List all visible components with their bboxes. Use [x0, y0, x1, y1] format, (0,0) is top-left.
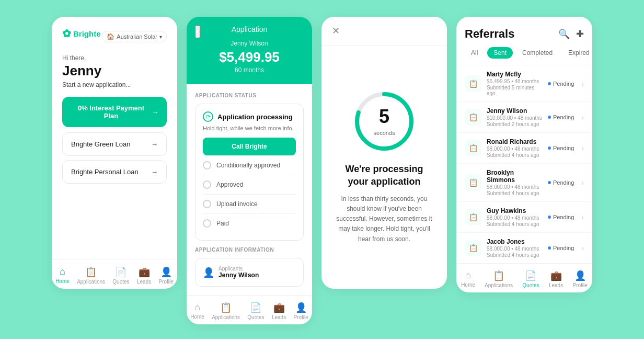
back-button[interactable]: ‹ — [195, 25, 200, 38]
step-upload-invoice: Upload invoice — [203, 194, 296, 213]
referral-item-jacob[interactable]: 📋 Jacob Jones $8,000.00 • 48 months Subm… — [456, 232, 592, 263]
tab-sent[interactable]: Sent — [487, 47, 513, 59]
document-icon: 📋 — [465, 75, 481, 92]
chevron-right-icon: › — [581, 80, 584, 88]
quotes-icon: 📄 — [250, 302, 261, 313]
loan1-label: Brighte Green Loan — [71, 140, 130, 148]
tab-all[interactable]: All — [465, 47, 484, 59]
document-icon: 📋 — [465, 209, 481, 225]
status-badge: Pending — [548, 114, 574, 120]
document-icon: 📋 — [465, 109, 481, 126]
quotes-icon: 📄 — [115, 266, 126, 278]
person-icon: 👤 — [203, 267, 214, 278]
green-loan-option[interactable]: Brighte Green Loan → — [62, 132, 167, 156]
home-panel: ✿ Brighte 🏠 Australian Solar ▾ Hi there,… — [52, 17, 177, 289]
status-dot — [548, 181, 551, 184]
application-header: ‹ Application Jenny Wilson $5,499.95 60 … — [187, 17, 312, 84]
tabs-row: All Sent Completed Expired — [456, 47, 592, 65]
interest-payment-plan-button[interactable]: 0% Interest Payment Plan → — [62, 97, 167, 127]
loan-months: 60 months — [197, 66, 302, 74]
status-badge: Pending — [548, 81, 574, 87]
referrals-header: Referrals 🔍 ✚ — [456, 17, 592, 47]
processing-title: We're processing your application — [334, 163, 434, 188]
footer-applications[interactable]: 📋 Applications — [74, 265, 108, 286]
status-section-label: APPLICATION STATUS — [195, 93, 304, 98]
footer-quotes[interactable]: 📄 Quotes — [109, 265, 132, 286]
referral-info: Jacob Jones $8,000.00 • 48 months Submit… — [487, 238, 543, 258]
step-circle-icon — [203, 180, 211, 189]
footer-quotes[interactable]: 📄 Quotes — [519, 269, 542, 289]
status-badge: Pending — [548, 145, 574, 151]
leads-icon: 💼 — [550, 270, 562, 281]
chevron-right-icon: › — [581, 244, 584, 252]
personal-loan-option[interactable]: Brighte Personal Loan → — [62, 160, 167, 184]
footer-leads[interactable]: 💼 Leads — [134, 265, 154, 286]
logo-text: Brighte — [73, 29, 101, 38]
applicant-name: Jenny Wilson — [197, 40, 302, 47]
chevron-right-icon: › — [581, 178, 584, 187]
chevron-right-icon: › — [581, 113, 584, 121]
loan2-label: Brighte Personal Loan — [71, 168, 139, 176]
start-label: Start a new application... — [62, 81, 167, 88]
referral-info: Guy Hawkins $8,000.00 • 48 months Submit… — [487, 207, 543, 227]
tab-completed[interactable]: Completed — [516, 47, 559, 59]
document-icon: 📋 — [465, 240, 481, 256]
step-conditionally-approved: Conditionally approved — [203, 155, 296, 175]
footer-quotes[interactable]: 📄 Quotes — [244, 301, 267, 321]
panel2-title: Application — [197, 25, 302, 33]
info-label: Applicants — [218, 266, 259, 272]
step-approved: Approved — [203, 175, 296, 194]
add-button[interactable]: ✚ — [576, 28, 584, 40]
footer-leads[interactable]: 💼 Leads — [546, 269, 566, 289]
referral-item-ronald[interactable]: 📋 Ronald Richards $8,000.00 • 48 months … — [456, 132, 592, 163]
footer-applications[interactable]: 📋 Applications — [209, 301, 243, 321]
home-icon: ⌂ — [465, 270, 471, 281]
referrals-title: Referrals — [465, 27, 514, 41]
footer-home[interactable]: ⌂ Home — [52, 265, 73, 286]
processing-title: Application processing — [217, 113, 293, 121]
footer-home[interactable]: ⌂ Home — [187, 301, 208, 321]
footer-profile[interactable]: 👤 Profile — [290, 301, 311, 321]
leads-icon: 💼 — [273, 302, 285, 313]
cta-label: 0% Interest Payment Plan — [71, 104, 152, 120]
footer-profile[interactable]: 👤 Profile — [569, 269, 590, 289]
step-circle-icon — [203, 161, 211, 170]
call-brighte-button[interactable]: Call Brighte — [203, 138, 296, 155]
footer-profile[interactable]: 👤 Profile — [155, 265, 176, 286]
status-dot — [548, 146, 551, 150]
footer-applications[interactable]: 📋 Applications — [481, 269, 516, 289]
footer-leads[interactable]: 💼 Leads — [269, 301, 289, 321]
arrow-right-icon: → — [152, 108, 158, 116]
footer-home[interactable]: ⌂ Home — [458, 269, 478, 289]
timer-label: seconds — [374, 130, 395, 136]
tab-expired[interactable]: Expired — [562, 47, 596, 59]
search-button[interactable]: 🔍 — [558, 28, 570, 40]
referral-info: Jenny Wilson $10,000.00 • 48 months Subm… — [487, 107, 543, 127]
vendor-selector[interactable]: 🏠 Australian Solar ▾ — [102, 31, 167, 42]
referral-info: Marty Mcfly $5,499.95 • 48 months Submit… — [487, 71, 543, 96]
processing-subtitle: Hold tight, while we fetch more info. — [203, 125, 296, 131]
document-icon: 📋 — [465, 140, 481, 156]
processing-body: 5 seconds We're processing your applicat… — [321, 46, 447, 289]
referral-item-brooklyn[interactable]: 📋 Brooklyn Simmons $8,000.00 • 48 months… — [456, 163, 592, 201]
chevron-down-icon: ▾ — [159, 34, 162, 40]
applications-icon: 📋 — [220, 302, 232, 313]
close-button[interactable]: ✕ — [332, 25, 340, 37]
referral-item-guy[interactable]: 📋 Guy Hawkins $8,000.00 • 48 months Subm… — [456, 201, 592, 232]
profile-icon: 👤 — [160, 266, 172, 278]
referral-item-jenny[interactable]: 📋 Jenny Wilson $10,000.00 • 48 months Su… — [456, 101, 592, 132]
greeting-text: Hi there, — [62, 54, 167, 62]
step-circle-icon — [203, 219, 211, 228]
chevron-right-icon: › — [581, 144, 584, 152]
info-card: 👤 Applicants Jenny Wilson — [195, 258, 304, 287]
referral-info: Brooklyn Simmons $8,000.00 • 48 months S… — [487, 169, 543, 196]
status-badge: Pending — [548, 245, 574, 251]
leads-icon: 💼 — [139, 266, 150, 278]
loan-amount: $5,499.95 — [197, 49, 302, 65]
applications-icon: 📋 — [493, 270, 504, 281]
home-icon: ⌂ — [60, 266, 65, 277]
referral-item-marty[interactable]: 📋 Marty Mcfly $5,499.95 • 48 months Subm… — [456, 65, 592, 101]
document-icon: 📋 — [465, 174, 481, 191]
user-name: Jenny — [62, 63, 167, 79]
timer-number: 5 — [374, 106, 395, 128]
